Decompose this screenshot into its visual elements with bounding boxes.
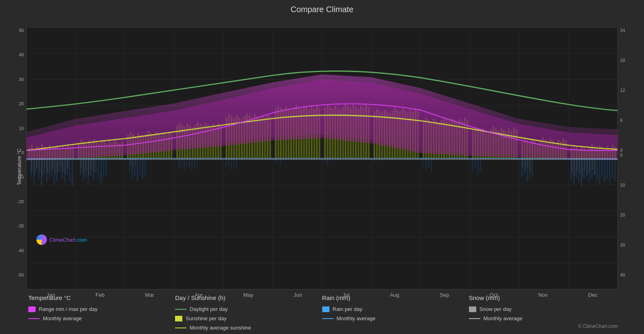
svg-rect-133 [525,158,526,170]
svg-rect-140 [582,158,583,177]
svg-rect-82 [475,158,476,168]
logo-icon-bottom [36,234,47,245]
svg-rect-70 [277,158,279,162]
svg-rect-105 [609,158,610,185]
svg-rect-81 [472,158,473,171]
y-axis-left-label: Temperature °C [16,148,22,185]
legend-swatch-temp-range [28,306,36,312]
svg-rect-68 [236,158,237,168]
legend-item-sunshine-avg: Monthly average sunshine [175,325,322,331]
svg-rect-79 [428,158,429,168]
legend-group-temperature: Temperature °C Range min / max per day M… [28,294,175,334]
chart-title: Compare Climate [0,0,644,16]
svg-rect-107 [614,158,616,181]
svg-rect-54 [142,158,143,179]
svg-rect-44 [95,158,97,172]
legend-swatch-rain [322,306,329,312]
legend-group-sunshine: Day / Sunshine (h) Daylight per day Suns… [175,294,322,334]
svg-rect-128 [93,158,94,172]
svg-rect-111 [39,158,40,172]
legend-line-daylight [175,309,186,310]
svg-rect-83 [477,158,478,175]
svg-rect-56 [178,158,179,168]
svg-rect-137 [574,158,575,176]
svg-rect-127 [91,158,92,170]
svg-rect-123 [81,158,82,168]
svg-rect-101 [599,158,600,184]
svg-rect-103 [604,158,605,182]
legend-item-rain-avg: Monthly average [322,315,469,321]
svg-rect-141 [584,158,585,171]
legend-group-snow: Snow (mm) Snow per day Monthly average ©… [469,294,616,334]
svg-rect-112 [42,158,42,177]
svg-rect-139 [579,158,580,173]
svg-rect-145 [595,158,595,175]
svg-rect-48 [106,158,107,175]
legend-line-temp-avg [28,318,40,319]
svg-rect-135 [530,158,531,171]
legend-item-snow: Snow per day [469,306,616,312]
svg-rect-89 [532,158,533,176]
svg-rect-74 [329,158,331,162]
legend-item-temp-avg: Monthly average [28,315,175,321]
legend-group-rain: Rain (mm) Rain per day Monthly average [322,294,469,334]
svg-rect-52 [137,158,138,182]
svg-rect-130 [133,158,133,168]
svg-rect-104 [606,158,608,179]
logo-text-bottom: ClimeChart.com [49,236,87,243]
svg-rect-45 [98,158,99,179]
x-axis: Jan Feb Mar Apr May Jun Jul Aug Sep Oct … [26,289,618,298]
copyright-text: © ClimeChart.com [578,323,618,329]
legend-line-snow-avg [469,318,480,319]
svg-rect-122 [68,158,68,168]
legend-item-sunshine: Sunshine per day [175,315,322,321]
svg-rect-66 [231,158,232,170]
svg-rect-55 [145,158,146,177]
logo-bottom-left: ClimeChart.com [36,234,87,245]
legend-item-temp-range: Range min / max per day [28,306,175,312]
svg-rect-53 [139,158,141,175]
svg-rect-62 [194,158,195,168]
svg-rect-36 [69,158,70,181]
svg-rect-60 [189,158,190,168]
svg-rect-118 [57,158,58,172]
svg-rect-84 [480,158,481,171]
svg-rect-121 [65,158,65,174]
svg-rect-116 [52,158,53,170]
svg-rect-113 [44,158,45,168]
svg-rect-100 [596,158,598,181]
page-container: Compare Climate Carson City Carson City … [0,0,644,334]
legend-line-sunshine-avg [175,328,186,328]
legend-item-snow-avg: Monthly average [469,315,616,321]
svg-rect-124 [83,158,84,173]
svg-rect-120 [62,158,63,171]
legend-swatch-sunshine [175,316,182,321]
legend-swatch-snow [469,306,476,312]
svg-rect-136 [572,158,572,172]
svg-rect-143 [589,158,590,172]
svg-rect-138 [576,158,577,170]
svg-rect-61 [191,158,192,171]
svg-rect-47 [103,158,104,177]
svg-rect-109 [34,158,35,175]
svg-rect-102 [602,158,603,177]
svg-rect-106 [612,158,613,178]
legend-line-rain-avg [322,318,334,319]
svg-rect-115 [49,158,50,171]
svg-rect-134 [527,158,528,168]
svg-rect-78 [425,158,427,170]
svg-rect-126 [89,158,89,175]
main-chart-svg [26,27,618,289]
svg-rect-46 [100,158,101,183]
svg-rect-125 [86,158,87,170]
svg-rect-114 [47,158,48,173]
svg-rect-58 [184,158,185,170]
svg-rect-37 [72,158,73,186]
legend-item-daylight: Daylight per day [175,306,322,312]
svg-rect-64 [226,158,227,168]
svg-rect-144 [592,158,593,170]
svg-rect-142 [587,158,588,175]
svg-rect-117 [55,158,55,175]
svg-rect-80 [431,158,432,172]
legend-item-rain: Rain per day [322,306,469,312]
